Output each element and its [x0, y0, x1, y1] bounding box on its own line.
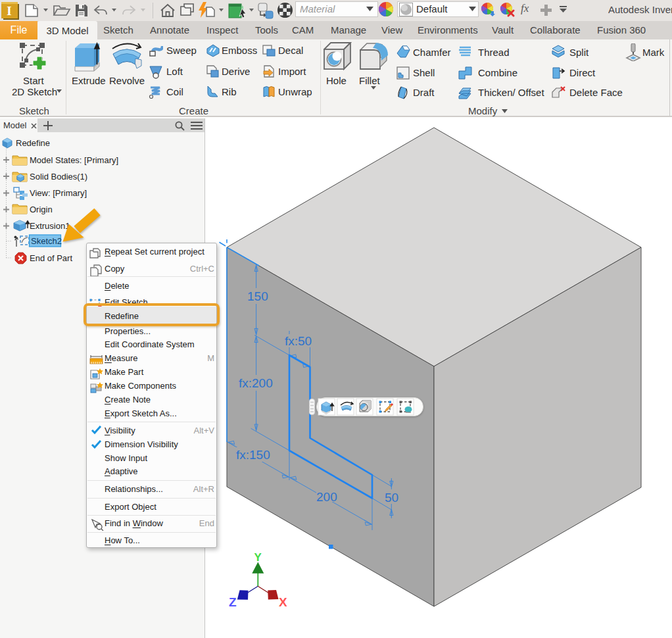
svg-text:fx:50: fx:50 [285, 334, 312, 348]
svg-text:Redefine: Redefine [16, 138, 50, 148]
svg-text:Origin: Origin [30, 205, 53, 214]
svg-text:I: I [7, 4, 11, 18]
svg-text:fx:200: fx:200 [239, 376, 273, 390]
svg-text:Sketch2: Sketch2 [31, 236, 62, 246]
svg-text:150: 150 [247, 289, 268, 303]
svg-text:End of Part: End of Part [30, 253, 72, 263]
svg-text:View: [Primary]: View: [Primary] [30, 188, 87, 198]
svg-text:Y: Y [254, 551, 262, 564]
svg-text:Z: Z [229, 595, 237, 609]
svg-text:50: 50 [385, 491, 398, 504]
svg-text:fx:150: fx:150 [236, 448, 270, 462]
svg-text:200: 200 [316, 490, 337, 504]
svg-text:X: X [279, 595, 287, 609]
svg-text:Model States: [Primary]: Model States: [Primary] [30, 155, 118, 165]
svg-text:Solid Bodies(1): Solid Bodies(1) [30, 172, 87, 182]
